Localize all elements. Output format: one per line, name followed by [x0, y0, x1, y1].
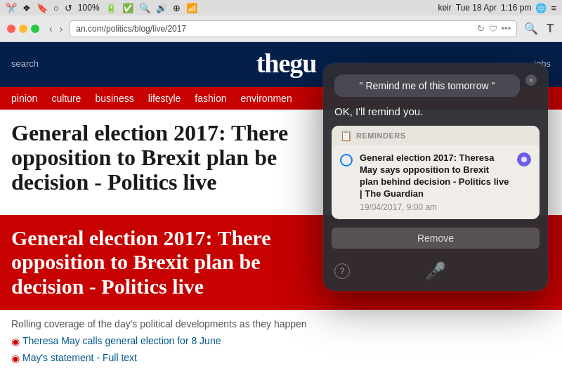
siri-header: " Remind me of this tomorrow " × — [323, 63, 548, 103]
scissors-icon: ✂️ — [6, 3, 17, 13]
siri-footer: ? 🎤 — [323, 257, 548, 291]
section-environment[interactable]: environmen — [241, 93, 292, 104]
wifi-icon: 📶 — [186, 3, 197, 13]
article-link-statement[interactable]: May's statement - Full text — [22, 352, 137, 363]
dropbox-icon: ❖ — [22, 3, 31, 13]
article-link-item-2: ◉ May's statement - Full text — [11, 352, 551, 366]
menubar-left: ✂️ ❖ 🔖 ○ ↺ 100% 🔋 ✅ 🔍 🔊 ⊕ 📶 — [6, 3, 197, 13]
section-lifestyle[interactable]: lifestyle — [148, 93, 181, 104]
section-fashion[interactable]: fashion — [195, 93, 226, 104]
reminder-item: General election 2017: Theresa May says … — [332, 145, 540, 219]
section-opinion[interactable]: pinion — [11, 93, 37, 104]
bullet-1: ◉ — [11, 336, 20, 347]
forward-button[interactable]: › — [58, 22, 65, 36]
close-button[interactable] — [7, 25, 15, 33]
bullet-2: ◉ — [11, 353, 20, 364]
circle-icon: ○ — [53, 3, 59, 13]
section-business[interactable]: business — [95, 93, 133, 104]
reminders-label: REMINDERS — [356, 131, 406, 140]
guardian-logo-text: thegu — [256, 48, 317, 78]
menu-icon[interactable]: ≡ — [551, 3, 556, 13]
remove-button[interactable]: Remove — [332, 228, 540, 249]
address-text: an.com/politics/blog/live/2017 — [76, 24, 472, 34]
guardian-search: search — [11, 58, 39, 69]
bookmark-icon: 🔖 — [37, 3, 48, 13]
reminder-date: 19/04/2017, 9:00 am — [360, 202, 510, 212]
battery-icon: 🔋 — [105, 3, 117, 13]
back-button[interactable]: ‹ — [48, 22, 54, 36]
article-links: Rolling coverage of the day's political … — [0, 310, 562, 377]
check-circle-icon: ✅ — [122, 3, 133, 13]
minimize-button[interactable] — [19, 25, 27, 33]
siri-close-button[interactable]: × — [525, 74, 537, 86]
section-culture[interactable]: culture — [51, 93, 81, 104]
article-subtext: Rolling coverage of the day's political … — [11, 318, 551, 329]
web-content: search thegu jobs pinion culture busines… — [0, 42, 562, 392]
more-icon[interactable]: ••• — [502, 23, 511, 34]
battery-pct: 100% — [78, 3, 100, 13]
volume-icon: 🔊 — [156, 3, 167, 13]
nav-buttons: ‹ › — [48, 22, 64, 36]
menubar-time: 1:16 pm — [501, 3, 531, 13]
address-search-icon[interactable]: 🔍 — [523, 20, 540, 37]
search-label: search — [11, 58, 39, 69]
siri-microphone-icon[interactable]: 🎤 — [425, 261, 446, 281]
reminders-header: 📋 REMINDERS — [332, 126, 540, 145]
history-icon: ↺ — [65, 3, 72, 13]
reminder-badge — [517, 152, 531, 166]
siri-avatar-icon[interactable]: 🌐 — [535, 3, 547, 13]
menubar-right: keir Tue 18 Apr 1:16 pm 🌐 ≡ — [438, 3, 556, 13]
reminder-title: General election 2017: Theresa May says … — [360, 152, 510, 200]
reminder-content: General election 2017: Theresa May says … — [360, 152, 510, 212]
siri-panel: " Remind me of this tomorrow " × OK, I'l… — [323, 63, 548, 291]
traffic-lights — [7, 25, 39, 33]
maximize-button[interactable] — [31, 25, 39, 33]
menubar: ✂️ ❖ 🔖 ○ ↺ 100% 🔋 ✅ 🔍 🔊 ⊕ 📶 keir Tue 18 … — [0, 0, 562, 15]
article-link-election[interactable]: Theresa May calls general election for 8… — [22, 335, 221, 346]
bluetooth-icon: ⊕ — [173, 3, 181, 13]
address-bar[interactable]: an.com/politics/blog/live/2017 ↻ 🛡 ••• — [70, 20, 517, 37]
shield-icon: 🛡 — [489, 24, 497, 34]
siri-response-text: OK, I'll remind you. — [323, 103, 548, 126]
siri-help-button[interactable]: ? — [334, 263, 350, 279]
siri-speech-bubble: " Remind me of this tomorrow " — [334, 74, 520, 97]
menubar-date: Tue 18 Apr — [456, 3, 497, 13]
menubar-username: keir — [438, 3, 451, 13]
browser-chrome: ‹ › an.com/politics/blog/live/2017 ↻ 🛡 •… — [0, 15, 562, 42]
reminders-icon: 📋 — [340, 130, 352, 141]
guardian-logo: thegu — [256, 48, 317, 79]
reminder-checkbox[interactable] — [340, 154, 353, 166]
article-link-item-1: ◉ Theresa May calls general election for… — [11, 335, 551, 349]
reader-view-icon[interactable]: T — [545, 21, 555, 37]
refresh-icon[interactable]: ↻ — [477, 23, 485, 34]
reminders-card: 📋 REMINDERS General election 2017: There… — [332, 126, 540, 219]
reminder-badge-inner — [521, 157, 527, 162]
search-icon: 🔍 — [139, 3, 150, 13]
